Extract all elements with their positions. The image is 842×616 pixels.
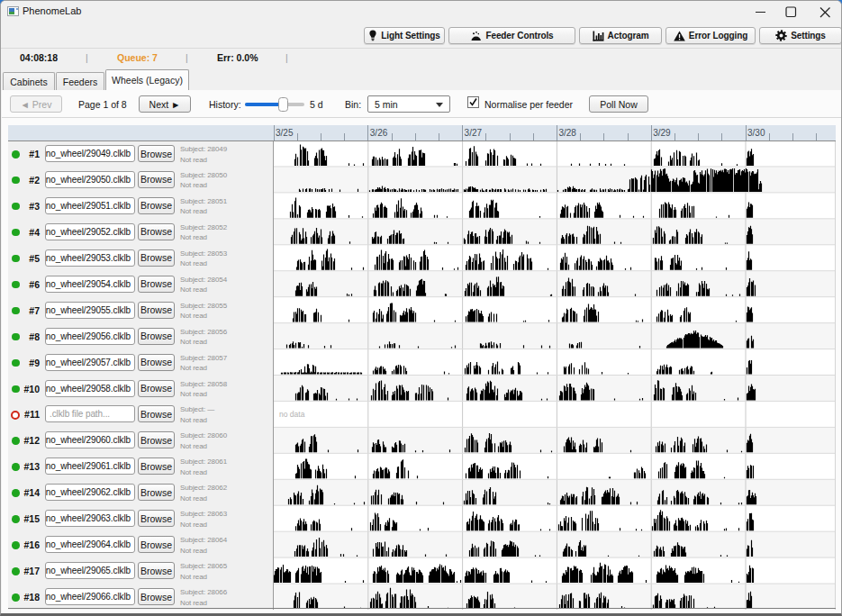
svg-text:no data: no data	[279, 410, 305, 419]
